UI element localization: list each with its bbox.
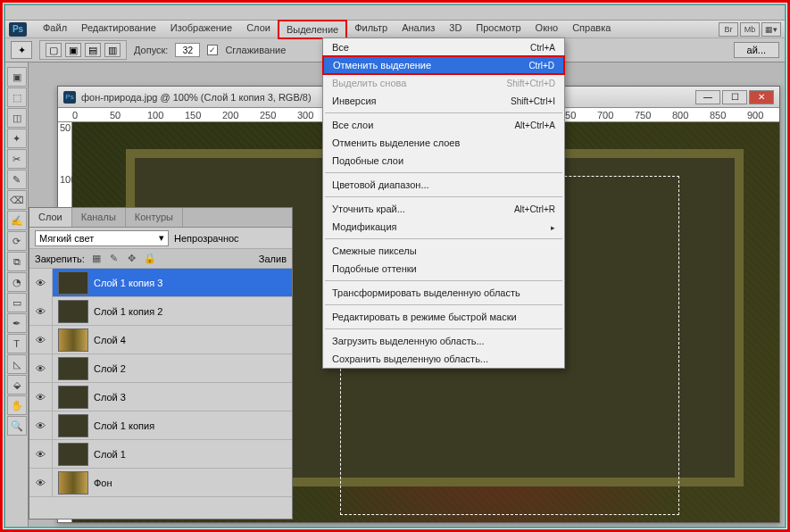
menu-item[interactable]: Загрузить выделенную область... [323, 332, 564, 350]
layer-name[interactable]: Слой 3 [94, 392, 292, 403]
tool-11[interactable]: ▭ [7, 293, 27, 312]
minimize-button[interactable]: — [695, 90, 720, 104]
tool-16[interactable]: ✋ [7, 395, 27, 415]
tolerance-input[interactable] [175, 43, 200, 57]
sel-new-icon[interactable]: ▢ [46, 43, 62, 57]
layer-row[interactable]: 👁Слой 1 копия 2 [29, 297, 292, 326]
visibility-toggle[interactable]: 👁 [29, 469, 53, 497]
menu-анализ[interactable]: Анализ [395, 20, 442, 39]
bridge-icon[interactable]: Br [719, 22, 738, 37]
menu-выделение[interactable]: Выделение [278, 20, 347, 39]
layer-row[interactable]: 👁Фон [29, 469, 292, 497]
menu-item[interactable]: Уточнить край...Alt+Ctrl+R [323, 200, 564, 218]
menu-item-label: Инверсия [332, 96, 377, 106]
layer-name[interactable]: Слой 4 [94, 335, 292, 345]
tool-8[interactable]: ⟳ [7, 231, 27, 251]
menu-3d[interactable]: 3D [442, 20, 469, 39]
tool-10[interactable]: ◔ [7, 272, 27, 292]
menu-item[interactable]: ИнверсияShift+Ctrl+I [323, 92, 564, 110]
close-button[interactable]: ✕ [749, 90, 774, 104]
tab-layers[interactable]: Слои [29, 208, 72, 227]
menu-item[interactable]: Подобные слои [323, 152, 564, 170]
layer-thumbnail[interactable] [58, 386, 88, 409]
visibility-toggle[interactable]: 👁 [29, 354, 53, 383]
tool-5[interactable]: ✎ [7, 170, 27, 189]
layer-row[interactable]: 👁Слой 4 [29, 326, 292, 354]
menu-item[interactable]: Смежные пикселы [323, 242, 564, 260]
layer-thumbnail[interactable] [58, 357, 88, 380]
layer-row[interactable]: 👁Слой 1 копия 3 [29, 269, 292, 297]
layer-row[interactable]: 👁Слой 3 [29, 383, 292, 411]
lock-transparent-icon[interactable]: ▦ [90, 253, 103, 265]
lock-all-icon[interactable]: 🔒 [144, 253, 156, 265]
tool-2[interactable]: ◫ [7, 108, 27, 128]
mb-icon[interactable]: Mb [740, 22, 760, 37]
menu-файл[interactable]: Файл [36, 20, 74, 39]
tool-7[interactable]: ✍ [7, 211, 27, 230]
tool-14[interactable]: ◺ [7, 354, 27, 374]
menu-слои[interactable]: Слои [239, 20, 278, 39]
menu-item[interactable]: Сохранить выделенную область... [323, 350, 564, 368]
lock-position-icon[interactable]: ✥ [126, 253, 138, 265]
visibility-toggle[interactable]: 👁 [29, 383, 53, 411]
layer-name[interactable]: Слой 1 копия 2 [94, 306, 292, 317]
layer-name[interactable]: Слой 1 [94, 449, 292, 460]
menu-item[interactable]: Цветовой диапазон... [323, 176, 564, 194]
refine-edge-button[interactable]: ай... [734, 42, 779, 58]
sel-sub-icon[interactable]: ▤ [85, 43, 101, 57]
menu-item[interactable]: Отменить выделениеCtrl+D [322, 55, 565, 75]
layer-thumbnail[interactable] [58, 414, 88, 437]
visibility-toggle[interactable]: 👁 [29, 269, 53, 297]
visibility-toggle[interactable]: 👁 [29, 326, 53, 354]
layer-thumbnail[interactable] [58, 443, 88, 466]
tool-0[interactable]: ▣ [7, 67, 27, 87]
lock-pixels-icon[interactable]: ✎ [108, 253, 121, 265]
menu-справка[interactable]: Справка [565, 20, 618, 39]
layer-thumbnail[interactable] [58, 300, 88, 323]
menu-item[interactable]: Подобные оттенки [323, 260, 564, 278]
menu-item[interactable]: ВсеCtrl+A [323, 38, 564, 56]
tool-4[interactable]: ✂ [7, 149, 27, 169]
visibility-toggle[interactable]: 👁 [29, 297, 53, 326]
menu-item[interactable]: Отменить выделение слоев [323, 134, 564, 152]
menu-item[interactable]: Модификация [323, 218, 564, 236]
tool-12[interactable]: ✒ [7, 313, 27, 333]
visibility-toggle[interactable]: 👁 [29, 440, 53, 469]
menu-редактирование[interactable]: Редактирование [74, 20, 163, 39]
layer-name[interactable]: Слой 1 копия 3 [94, 278, 292, 288]
tool-13[interactable]: T [7, 334, 27, 353]
tool-3[interactable]: ✦ [7, 129, 27, 148]
layer-name[interactable]: Фон [94, 478, 292, 488]
menu-separator [325, 328, 562, 329]
menu-просмотр[interactable]: Просмотр [469, 20, 528, 39]
tool-17[interactable]: 🔍 [7, 416, 27, 436]
menu-изображение[interactable]: Изображение [163, 20, 239, 39]
tool-9[interactable]: ⧉ [7, 252, 27, 271]
layer-row[interactable]: 👁Слой 1 [29, 440, 292, 469]
screen-mode-icon[interactable]: ▦▾ [761, 22, 781, 37]
tool-1[interactable]: ⬚ [7, 87, 27, 107]
layer-thumbnail[interactable] [58, 471, 88, 495]
layer-row[interactable]: 👁Слой 1 копия [29, 411, 292, 440]
magic-wand-icon[interactable]: ✦ [11, 41, 32, 59]
blend-mode-select[interactable]: Мягкий свет▾ [35, 230, 169, 246]
layer-name[interactable]: Слой 1 копия [94, 420, 292, 431]
menu-item[interactable]: Редактировать в режиме быстрой маски [323, 308, 564, 326]
layer-row[interactable]: 👁Слой 2 [29, 354, 292, 383]
menu-item[interactable]: Трансформировать выделенную область [323, 284, 564, 302]
layer-name[interactable]: Слой 2 [94, 363, 292, 374]
maximize-button[interactable]: ☐ [722, 90, 747, 104]
sel-int-icon[interactable]: ▥ [104, 43, 121, 57]
layer-thumbnail[interactable] [58, 328, 88, 352]
tool-6[interactable]: ⌫ [7, 190, 27, 210]
menu-item[interactable]: Все слоиAlt+Ctrl+A [323, 116, 564, 134]
layer-thumbnail[interactable] [58, 271, 88, 295]
tab-paths[interactable]: Контуры [126, 208, 183, 227]
menu-фильтр[interactable]: Фильтр [347, 20, 395, 39]
tool-15[interactable]: ⬙ [7, 375, 27, 395]
antialias-checkbox[interactable]: ✓ [207, 45, 218, 55]
menu-окно[interactable]: Окно [528, 20, 566, 39]
visibility-toggle[interactable]: 👁 [29, 411, 53, 440]
sel-add-icon[interactable]: ▣ [65, 43, 81, 57]
tab-channels[interactable]: Каналы [72, 208, 126, 227]
